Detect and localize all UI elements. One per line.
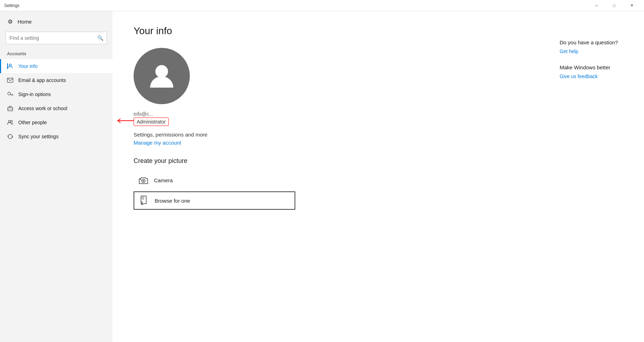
titlebar: Settings ─ □ ✕	[0, 0, 644, 11]
browse-option[interactable]: Browse for one	[134, 191, 295, 210]
home-icon: ⚙	[7, 18, 13, 25]
browse-label: Browse for one	[155, 198, 190, 204]
camera-label: Camera	[154, 177, 173, 183]
app-title: Settings	[4, 3, 19, 8]
sidebar-item-other-people[interactable]: Other people	[0, 115, 112, 129]
svg-point-14	[143, 180, 144, 182]
sidebar-label-work-school: Access work or school	[18, 106, 67, 111]
svg-rect-17	[142, 197, 144, 199]
help-section: Do you have a question? Get help	[560, 39, 630, 55]
svg-rect-3	[7, 78, 13, 82]
avatar	[134, 48, 190, 104]
sidebar-item-access-work-school[interactable]: Access work or school	[0, 101, 112, 115]
user-email: info@c...	[134, 111, 524, 117]
annotation-arrow-svg	[114, 116, 135, 126]
get-help-link[interactable]: Get help	[560, 49, 578, 54]
sidebar: ⚙ Home 🔍 Accounts Your info	[0, 11, 112, 342]
create-picture-title: Create your picture	[134, 157, 524, 165]
sidebar-item-sign-in-options[interactable]: Sign-in options	[0, 87, 112, 101]
profile-section: info@c... Administrator Settings, permis…	[134, 48, 524, 146]
sidebar-label-other-people: Other people	[18, 120, 47, 125]
minimize-button[interactable]: ─	[588, 0, 605, 11]
maximize-button[interactable]: □	[606, 0, 622, 11]
main-content: Your info info@c...	[112, 11, 546, 342]
give-feedback-link[interactable]: Give us feedback	[560, 74, 598, 79]
mail-icon	[7, 77, 13, 83]
sidebar-item-email-app-accounts[interactable]: Email & app accounts	[0, 73, 112, 87]
make-windows-better: Make Windows better	[560, 64, 630, 70]
user-info-block: info@c... Administrator	[134, 111, 524, 126]
sync-icon	[7, 133, 13, 140]
svg-point-12	[155, 65, 168, 78]
briefcase-icon	[7, 105, 13, 112]
role-annotation-box: Administrator	[134, 118, 169, 126]
account-description: Settings, permissions and more	[134, 132, 524, 138]
help-question: Do you have a question?	[560, 39, 630, 45]
svg-rect-15	[140, 179, 141, 180]
manage-account-link[interactable]: Manage my account	[134, 140, 181, 146]
person-icon	[7, 63, 13, 69]
user-role: Administrator	[137, 119, 166, 125]
account-info: Settings, permissions and more Manage my…	[134, 132, 524, 146]
search-input[interactable]	[6, 32, 107, 44]
window-controls: ─ □ ✕	[588, 0, 640, 11]
svg-point-18	[141, 202, 143, 203]
page-title: Your info	[134, 25, 524, 37]
sidebar-item-your-info[interactable]: Your info	[0, 59, 112, 73]
sidebar-label-signin: Sign-in options	[18, 91, 51, 97]
sidebar-label-sync: Sync your settings	[18, 134, 58, 139]
svg-point-11	[11, 121, 13, 122]
svg-point-4	[8, 92, 11, 95]
search-icon: 🔍	[97, 35, 103, 41]
sidebar-item-sync-settings[interactable]: Sync your settings	[0, 129, 112, 144]
feedback-section: Make Windows better Give us feedback	[560, 64, 630, 80]
sidebar-section-label: Accounts	[0, 50, 112, 59]
people-icon	[7, 119, 13, 126]
camera-icon	[139, 175, 148, 185]
browse-icon	[139, 196, 149, 205]
avatar-svg	[146, 60, 178, 92]
camera-option[interactable]: Camera	[134, 172, 295, 189]
sidebar-label-email: Email & app accounts	[18, 77, 66, 83]
picture-options: Camera Browse for one	[134, 172, 524, 210]
app-body: ⚙ Home 🔍 Accounts Your info	[0, 11, 644, 342]
key-icon	[7, 91, 13, 97]
home-label: Home	[18, 19, 32, 25]
close-button[interactable]: ✕	[624, 0, 640, 11]
right-panel: Do you have a question? Get help Make Wi…	[546, 11, 644, 342]
sidebar-item-home[interactable]: ⚙ Home	[0, 14, 112, 29]
svg-point-1	[9, 64, 11, 66]
user-role-row: Administrator	[134, 118, 524, 126]
sidebar-label-your-info: Your info	[18, 63, 38, 69]
svg-point-10	[8, 120, 11, 122]
search-container: 🔍	[6, 32, 107, 44]
